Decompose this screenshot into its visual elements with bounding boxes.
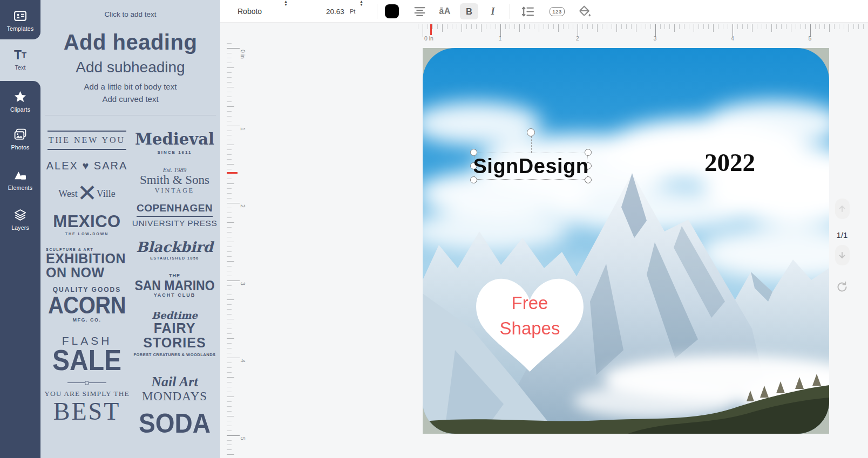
text-color-swatch[interactable] (385, 4, 399, 18)
rotate-handle[interactable] (527, 128, 535, 136)
ruler-tick (227, 338, 234, 339)
ruler-tick (824, 24, 825, 29)
text-template-blackbird[interactable]: BlackbirdESTABLISHED 1856 (133, 239, 216, 260)
text-template-mexico[interactable]: MEXICOTHE LOW-DOWN (46, 212, 128, 236)
heart-text-line2[interactable]: Shapes (471, 318, 589, 339)
ruler-tick (227, 101, 232, 102)
bold-button[interactable]: B (460, 3, 478, 19)
ruler-tick (227, 333, 232, 334)
add-heading-option[interactable]: Add heading (40, 30, 220, 54)
ruler-tick (819, 24, 820, 29)
italic-button[interactable]: I (486, 3, 500, 19)
add-body-text-option[interactable]: Add a little bit of body text (40, 82, 220, 91)
click-to-add-text[interactable]: Click to add text (40, 10, 220, 18)
sidebar-item-layers[interactable]: Layers (0, 203, 40, 235)
text-template-simply-best[interactable]: YOU ARE SIMPLY THEBEST (46, 381, 128, 425)
page-up-button[interactable] (835, 199, 850, 219)
ruler-tick (432, 24, 433, 29)
rotate-page-button[interactable] (836, 281, 849, 293)
text-template-line: Blackbird (136, 239, 213, 255)
ruler-tick (641, 24, 641, 29)
text-template-copenhagen[interactable]: COPENHAGENUNIVERSITY PRESS (133, 202, 216, 228)
font-size-spinner-icon[interactable]: ▲▼ (360, 0, 363, 23)
fill-color-button[interactable] (575, 3, 594, 19)
sidebar-item-photos[interactable]: Photos (0, 123, 40, 154)
arrow-down-icon (838, 251, 846, 259)
selected-text-element[interactable]: SignDesign (474, 153, 588, 180)
ruler-tick (767, 24, 767, 29)
ruler-tick (621, 24, 622, 29)
text-align-button[interactable] (410, 3, 429, 19)
text-template-line: STORIES (143, 336, 206, 350)
sign-design-editor: TemplatesTTTextClipartsPhotosElementsLay… (0, 0, 868, 458)
sidebar-item-label: Cliparts (10, 106, 30, 113)
add-subheading-option[interactable]: Add subheading (40, 59, 220, 76)
text-template-medieval[interactable]: MedievalSINCE 1611 (133, 131, 216, 155)
ruler-tick (839, 24, 839, 29)
align-center-icon (413, 5, 426, 18)
font-size-unit-label: Pt (350, 0, 355, 23)
text-template-flash-sale[interactable]: FLASHSALE (46, 334, 128, 373)
ruler-tick (805, 24, 806, 29)
ruler-tick (227, 382, 232, 382)
sidebar-item-text[interactable]: TTText (0, 43, 40, 74)
ruler-tick (776, 24, 777, 29)
ruler-tick (227, 164, 234, 165)
text-template-fairy-stories[interactable]: BedtimeFAIRYSTORIESFOREST CREATURES & WO… (133, 310, 216, 357)
ruler-tick (227, 276, 232, 276)
font-family-select[interactable]: Roboto (238, 0, 297, 23)
ruler-tick (227, 314, 232, 315)
ruler-tick (858, 24, 859, 29)
ruler-tick (786, 24, 786, 29)
ruler-tick (227, 377, 234, 378)
ruler-tick (684, 24, 684, 29)
ruler-tick (227, 43, 232, 44)
sidebar-item-cliparts[interactable]: Cliparts (0, 85, 40, 117)
line-height-button[interactable] (518, 3, 537, 19)
ruler-tick (227, 295, 232, 295)
numbering-button[interactable]: 123 (547, 3, 567, 19)
ruler-tick (834, 24, 835, 29)
text-template-alex-sara[interactable]: ALEX ♥ SARA (46, 160, 128, 172)
ruler-tick (636, 24, 636, 32)
ruler-tick (486, 24, 486, 29)
text-template-west-ville[interactable]: West✕Ville (46, 181, 128, 207)
ruler-tick (631, 24, 632, 29)
text-template-smith-sons[interactable]: Est. 1989Smith & SonsVINTAGE (133, 167, 216, 195)
arrow-up-icon (838, 204, 846, 213)
text-template-the-new-you[interactable]: THE NEW YOU (48, 131, 126, 150)
ruler-tick (553, 24, 554, 29)
ruler-tick (660, 24, 661, 29)
ruler-tick (227, 87, 234, 87)
letter-spacing-button[interactable]: āA (435, 3, 455, 19)
text-template-exhibition[interactable]: SCULPTURE & ARTEXHIBITIONON NOW (46, 248, 128, 279)
canvas-photo-mountain[interactable] (423, 48, 829, 434)
ruler-tick (227, 445, 232, 445)
ruler-tick (227, 304, 232, 305)
text-template-line: VINTAGE (155, 187, 194, 195)
text-template-san-marino[interactable]: THESAN MARINOYACHT CLUB (133, 273, 216, 298)
ruler-tick (519, 24, 520, 32)
page-down-button[interactable] (835, 245, 850, 265)
ruler-tick (227, 290, 232, 290)
font-size-input[interactable]: 20.63 (326, 0, 344, 23)
ruler-tick (227, 222, 234, 223)
canvas-text-year[interactable]: 2022 (704, 148, 755, 176)
ruler-tick (708, 24, 709, 29)
design-canvas[interactable]: 2022 Free Shapes SignDesign (423, 48, 829, 434)
heart-shape-element[interactable]: Free Shapes (471, 272, 589, 374)
text-template-nail-art[interactable]: Nail ArtMONDAYS (133, 374, 216, 404)
heart-text-line1[interactable]: Free (471, 293, 589, 313)
text-template-acorn[interactable]: QUALITY GOODSACORNMFG. CO. (46, 286, 128, 323)
canvas-text-title[interactable]: SignDesign (474, 153, 587, 179)
add-curved-text-option[interactable]: Add curved text (40, 94, 220, 104)
sidebar-item-elements[interactable]: Elements (0, 163, 40, 195)
ruler-tick (227, 421, 232, 421)
rotation-connector-line (531, 136, 532, 153)
font-family-spinner-icon[interactable]: ▲▼ (284, 0, 288, 23)
sidebar-item-templates[interactable]: Templates (0, 4, 40, 36)
cliparts-icon (13, 90, 27, 104)
text-template-soda[interactable]: SODA (133, 410, 216, 436)
text-template-line: ACORN (48, 292, 126, 317)
text-template-line: ON NOW (46, 265, 105, 279)
